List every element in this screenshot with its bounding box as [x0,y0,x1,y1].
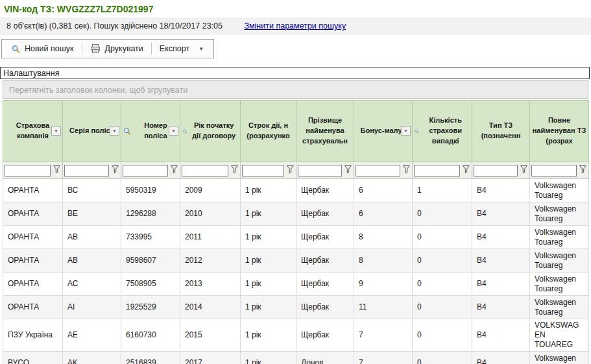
filter-funnel-button[interactable] [169,165,178,175]
filter-cell-policy-number [121,162,180,179]
column-header-label: Серія поліса [69,126,114,136]
status-text: 8 об'єкт(ів) (0,381 сек). Пошук здійснен… [6,21,223,30]
cell-vehicle-type: В4 [472,352,530,364]
cell-insured-name: Щербак [296,202,354,226]
cell-start-year: 2012 [180,249,241,273]
cell-insurer: ОРАНТА [3,226,63,249]
cell-bonus-malus: 7 [354,319,413,352]
status-bar: 8 об'єкт(ів) (0,381 сек). Пошук здійснен… [0,18,591,35]
group-by-panel[interactable]: Перетягніть заголовок колонки, щоб згруп… [3,80,588,99]
cell-claims-count: 0 [413,273,472,296]
cell-policy-number: 7508905 [121,273,180,296]
column-header-label: Прізвище найменува страхувальн [298,115,352,147]
cell-vehicle-type: В4 [472,202,530,226]
filter-input-claims-count[interactable] [414,165,460,176]
filter-funnel-button[interactable] [52,165,61,175]
filter-funnel-button[interactable] [519,165,528,175]
table-row[interactable]: ОРАНТАВС595031920091 рікЩербак61В4Volksw… [3,179,589,202]
column-header-insurer[interactable]: Страхова компанія▼ [3,101,63,162]
cell-vehicle-name: VOLKSWAGEN TOUAREG [530,319,589,352]
filter-input-start-year[interactable] [182,165,228,176]
filter-input-series[interactable] [64,165,109,176]
cell-policy-number: 2516839 [121,352,180,364]
filter-input-insured-name[interactable] [298,165,342,176]
filter-input-vehicle-name[interactable] [531,165,577,176]
filter-cell-insured-name [296,162,354,179]
table-row[interactable]: ОРАНТААВ959860720121 рікЩербак80В4Volksw… [3,249,589,273]
filter-input-term[interactable] [242,165,284,176]
cell-term: 1 рік [241,249,296,273]
cell-vehicle-type: В4 [472,249,530,273]
cell-series: АК [63,352,121,364]
cell-start-year: 2017 [180,352,241,364]
column-dropdown-button[interactable]: ▼ [401,126,411,136]
column-header-vehicle-name[interactable]: Повне найменуван ТЗ (розрах [530,101,589,162]
filter-funnel-button[interactable] [343,165,352,175]
cell-bonus-malus: 6 [354,202,413,226]
cell-vehicle-name: Volkswagen Touareg [530,273,589,296]
cell-insurer: ОРАНТА [3,179,63,202]
filter-funnel-button[interactable] [110,165,119,175]
cell-insurer: ОРАНТА [3,296,63,319]
table-row[interactable]: ОРАНТААВ73399520111 рікЩербак80В4Volkswa… [3,226,589,249]
filter-input-insurer[interactable] [5,165,51,176]
filter-funnel-button[interactable] [230,165,239,175]
cell-policy-number: 733995 [121,226,180,249]
toolbar: Новий пошук Друкувати Експорт ▼ [1,39,214,58]
table-row[interactable]: ПЗУ УкраїнаАЕ616073020151 рікЩербак70В4V… [3,319,589,352]
filter-funnel-button[interactable] [402,165,411,175]
column-header-series[interactable]: Серія поліса▼ [63,101,121,162]
cell-vehicle-type: В4 [472,179,530,202]
column-dropdown-button[interactable]: ▼ [110,126,119,136]
toolbar-separator [82,43,82,55]
column-header-label: Строк дії, н (розрахунко [243,121,294,141]
column-header-label: Рік початку дії договору [189,121,238,141]
table-row[interactable]: ОРАНТААС750890520131 рікЩербак90В4Volksw… [3,273,589,296]
filter-input-vehicle-type[interactable] [474,165,518,176]
cell-term: 1 рік [241,352,296,364]
settings-panel-header[interactable]: Налаштування [0,67,590,79]
print-button[interactable]: Друкувати [84,42,149,55]
column-header-start-year[interactable]: Рік початку дії договору [180,101,241,162]
cell-term: 1 рік [241,273,296,296]
cell-vehicle-name: Volkswagen Touareg [530,226,589,249]
column-header-term[interactable]: Строк дії, н (розрахунко [241,101,296,162]
table-row[interactable]: ОРАНТАВЕ129628820101 рікЩербак60В4Volksw… [3,202,589,226]
header-row: Страхова компанія▼Серія поліса▼Номер пол… [3,101,589,162]
column-header-vehicle-type[interactable]: Тип ТЗ (позначенн [472,101,530,162]
column-header-policy-number[interactable]: Номер поліса▼ [121,101,180,162]
filter-funnel-button[interactable] [285,165,295,175]
filter-input-bonus-malus[interactable] [356,165,400,176]
filter-funnel-icon [231,165,238,173]
table-row[interactable]: ВУСОАК251683920171 рікДонов70В4Volkswage… [3,352,589,364]
page: VIN-код ТЗ: WVGZZZ7LZ7D021997 8 об'єкт(і… [0,0,591,364]
column-dropdown-button[interactable]: ▼ [169,126,178,136]
change-search-params-link[interactable]: Змінити параметри пошуку [244,21,346,30]
filter-funnel-button[interactable] [461,165,470,175]
group-hint: Перетягніть заголовок колонки, щоб згруп… [9,86,187,95]
filter-funnel-icon [171,165,178,173]
cell-insured-name: Щербак [296,226,354,249]
column-dropdown-button[interactable]: ▼ [51,126,61,136]
cell-vehicle-name: Volkswagen Touareg [530,202,589,226]
column-header-claims-count[interactable]: Кількість страхови випадкі [413,101,472,162]
toolbar-separator [151,43,152,55]
cell-vehicle-name: Volkswagen Touareg [530,296,589,319]
column-header-bonus-malus[interactable]: Бонус-малус▼ [354,101,413,162]
cell-vehicle-type: В4 [472,296,530,319]
new-search-button[interactable]: Новий пошук [6,42,80,55]
cell-term: 1 рік [241,319,296,352]
filter-funnel-button[interactable] [578,165,587,175]
export-button[interactable]: Експорт ▼ [154,42,210,55]
cell-vehicle-name: Volkswagen Touareg [530,352,589,364]
cell-series: АЕ [63,319,121,352]
cell-policy-number: 1296288 [121,202,180,226]
column-header-insured-name[interactable]: Прізвище найменува страхувальн [296,101,354,162]
filter-input-policy-number[interactable] [123,165,168,176]
filter-cell-term [241,162,296,179]
filter-cell-bonus-malus [354,162,413,179]
cell-claims-count: 0 [413,249,472,273]
table-row[interactable]: ОРАНТААІ192552920141 рікЩербак110В4Volks… [3,296,589,319]
column-header-label: Тип ТЗ (позначенн [474,121,527,141]
search-icon [415,127,419,136]
